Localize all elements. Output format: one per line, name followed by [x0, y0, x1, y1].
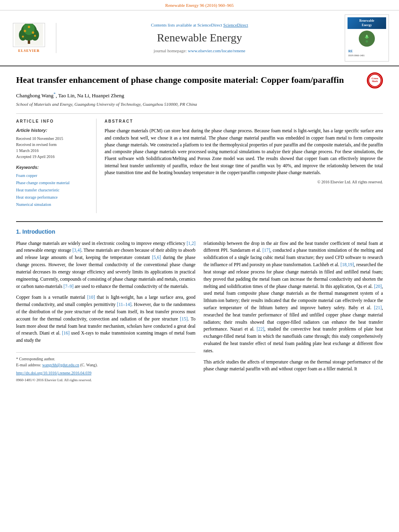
- ref-15[interactable]: [15]: [180, 316, 187, 321]
- footnote-email: E-mail address: wangchh@gdut.edu.cn (C. …: [16, 362, 195, 368]
- svg-point-8: [28, 26, 30, 28]
- article-info-header: ARTICLE INFO: [16, 119, 90, 124]
- intro-number: 1.: [16, 228, 23, 235]
- article-info-column: ARTICLE INFO Article history: Received 1…: [16, 119, 97, 213]
- re-logo-inner: RenewableEnergy: [348, 17, 386, 29]
- received2-text: Received in revised form: [16, 142, 90, 148]
- keywords-block: Keywords: Foam copper Phase change compo…: [16, 164, 90, 208]
- body-para-4: This article studies the affects of temp…: [204, 359, 383, 373]
- svg-text:Cross: Cross: [372, 76, 378, 79]
- keywords-list: Foam copper Phase change composite mater…: [16, 172, 90, 208]
- ref-5-6[interactable]: [5,6]: [152, 255, 161, 260]
- body-para-2: Copper foam is a versatile material [10]…: [16, 294, 195, 344]
- elsevier-brand-text: ELSEVIER: [18, 48, 40, 53]
- crossmark-badge[interactable]: Cross Mark: [367, 72, 383, 88]
- ref-3-4[interactable]: [3,4]: [72, 248, 81, 253]
- journal-url[interactable]: www.elsevier.com/locate/renene: [188, 48, 245, 53]
- ref-22[interactable]: [22]: [257, 327, 264, 331]
- body-left-col: Phase change materials are widely used i…: [16, 240, 195, 383]
- ref-1-2[interactable]: [1,2]: [187, 241, 195, 246]
- journal-logo-right: RenewableEnergy RE ISSN 0960-1481: [343, 14, 391, 61]
- body-para-3: relationship between the drop in the air…: [204, 240, 383, 355]
- elsevier-logo: ELSEVIER: [13, 23, 45, 53]
- sciencedirect-text: Contents lists available at ScienceDirec…: [60, 22, 339, 28]
- article-title: Heat transfer enhancement of phase chang…: [16, 74, 383, 86]
- svg-point-11: [366, 40, 368, 43]
- history-label: Article history:: [16, 127, 90, 134]
- svg-point-9: [22, 36, 24, 38]
- body-right-col: relationship between the drop in the air…: [204, 240, 383, 383]
- journal-title: Renewable Energy: [60, 30, 339, 45]
- citation-bar: Renewable Energy 96 (2016) 960–965: [0, 0, 399, 10]
- ref-17[interactable]: [17]: [262, 248, 270, 253]
- ref-7-9[interactable]: [7–9]: [64, 284, 74, 289]
- keyword-4: Heat storage performance: [16, 194, 90, 201]
- copyright-text: © 2016 Elsevier Ltd. All rights reserved…: [105, 179, 383, 185]
- title-area: Cross Mark Heat transfer enhancement of …: [16, 74, 383, 86]
- ref-18-19[interactable]: [18,19]: [340, 262, 354, 267]
- journal-homepage: journal homepage: www.elsevier.com/locat…: [60, 48, 339, 54]
- doi-link[interactable]: http://dx.doi.org/10.1016/j.renene.2016.…: [16, 370, 195, 376]
- body-section: 1. Introduction Phase change materials a…: [16, 221, 383, 383]
- citation-text: Renewable Energy 96 (2016) 960–965: [165, 3, 234, 8]
- ref-10[interactable]: [10]: [87, 295, 95, 300]
- re-logo-text: RE ISSN 0960-1481: [348, 48, 386, 59]
- keyword-5: Numerical simulation: [16, 201, 90, 208]
- svg-point-7: [32, 31, 34, 34]
- intro-label: Introduction: [23, 228, 56, 235]
- elsevier-tree-icon: [15, 24, 43, 46]
- email-link[interactable]: wangchh@gdut.edu.cn: [42, 363, 79, 367]
- author-names: Changhong Wang*, Tao Lin, Na Li, Huanpei…: [16, 92, 124, 99]
- abstract-header: ABSTRACT: [105, 119, 383, 124]
- re-logo-box: RenewableEnergy RE ISSN 0960-1481: [345, 14, 389, 61]
- journal-header: ELSEVIER Contents lists available at Sci…: [0, 10, 399, 66]
- svg-text:Mark: Mark: [372, 80, 378, 82]
- keyword-3: Heat transfer characteristic: [16, 187, 90, 194]
- authors: Changhong Wang*, Tao Lin, Na Li, Huanpei…: [16, 90, 383, 99]
- footnote-area: * Corresponding author. E-mail address: …: [16, 352, 195, 383]
- sciencedirect-link[interactable]: ScienceDirect: [223, 23, 248, 27]
- ref-11-14[interactable]: [11–14]: [117, 302, 132, 307]
- article-history-block: Article history: Received 10 November 20…: [16, 127, 90, 159]
- keywords-label: Keywords:: [16, 164, 90, 170]
- received1-text: Received 10 November 2015: [16, 136, 90, 142]
- journal-header-center: Contents lists available at ScienceDirec…: [60, 22, 339, 54]
- body-two-col: Phase change materials are widely used i…: [16, 240, 383, 383]
- accepted-text: Accepted 19 April 2016: [16, 154, 90, 160]
- keyword-2: Phase change composite material: [16, 179, 90, 187]
- intro-title: 1. Introduction: [16, 228, 383, 236]
- affiliation: School of Materials and Energy, Guangdon…: [16, 101, 383, 107]
- elsevier-logo-image: [13, 23, 45, 47]
- svg-point-10: [34, 35, 36, 37]
- ref-16[interactable]: [16]: [62, 331, 70, 335]
- abstract-column: ABSTRACT Phase change materials (PCM) ca…: [105, 119, 383, 213]
- keyword-1: Foam copper: [16, 172, 90, 179]
- svg-point-6: [24, 30, 26, 32]
- elsevier-logo-area: ELSEVIER: [8, 23, 56, 53]
- article-content: Cross Mark Heat transfer enhancement of …: [0, 66, 399, 391]
- ref-20[interactable]: [20]: [374, 284, 382, 289]
- abstract-text: Phase change materials (PCM) can store h…: [105, 127, 383, 176]
- date2-text: 1 March 2016: [16, 148, 90, 154]
- ref-21[interactable]: [21]: [374, 305, 382, 310]
- re-logo-green: [359, 31, 375, 47]
- article-meta-section: ARTICLE INFO Article history: Received 1…: [16, 113, 383, 213]
- crossmark-icon: Cross Mark: [367, 72, 383, 88]
- issn-text: 0960-1481/© 2016 Elsevier Ltd. All right…: [16, 378, 195, 383]
- footnote-corresponding: * Corresponding author.: [16, 356, 195, 362]
- body-para-1: Phase change materials are widely used i…: [16, 240, 195, 290]
